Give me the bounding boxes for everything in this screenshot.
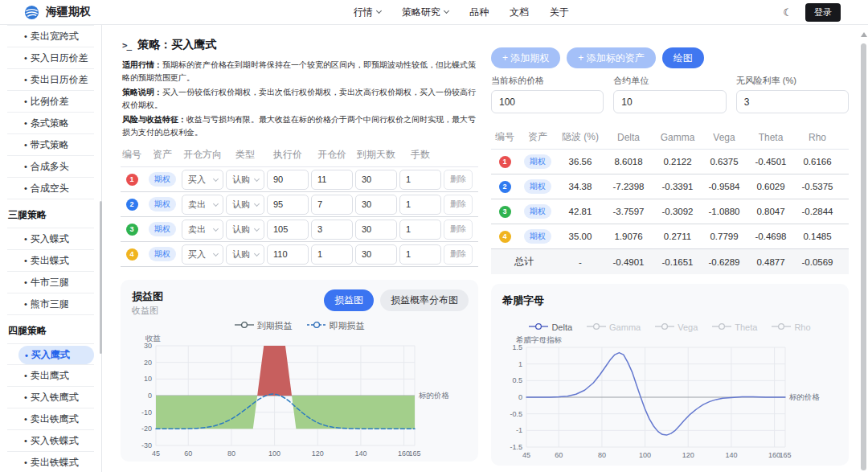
svg-text:140: 140 bbox=[725, 451, 737, 459]
legend-item-Delta[interactable]: Delta bbox=[529, 322, 572, 332]
sidebar-section-row: 三腿策略 bbox=[7, 199, 94, 228]
sidebar-item-买入铁蝶式[interactable]: •买入铁蝶式 bbox=[7, 430, 94, 451]
svg-text:-1.5: -1.5 bbox=[510, 443, 522, 451]
strike-input[interactable] bbox=[267, 195, 309, 215]
legend-item-Gamma[interactable]: Gamma bbox=[587, 322, 641, 332]
select-value: 买入 bbox=[188, 248, 206, 261]
sidebar-item-买入蝶式[interactable]: •买入蝶式 bbox=[7, 228, 94, 249]
sidebar-item-卖出宽跨式[interactable]: •卖出宽跨式 bbox=[7, 26, 94, 47]
sidebar-item-label: 买入铁鹰式 bbox=[31, 391, 79, 404]
lots-input[interactable] bbox=[399, 170, 441, 190]
add-option-button[interactable]: + 添加期权 bbox=[491, 47, 560, 68]
strike-input[interactable] bbox=[267, 220, 309, 240]
sidebar-item-买入日历价差[interactable]: •买入日历价差 bbox=[7, 47, 94, 68]
underlying-price-input[interactable] bbox=[491, 90, 604, 113]
legend-item-Theta[interactable]: Theta bbox=[712, 322, 757, 332]
direction-select[interactable]: 卖出 bbox=[182, 220, 223, 240]
sidebar-item-合成空头[interactable]: •合成空头 bbox=[7, 178, 94, 199]
open-price-input[interactable] bbox=[311, 220, 353, 240]
greeks-card-title: 希腊字母 bbox=[502, 293, 837, 308]
sidebar-item-卖出铁蝶式[interactable]: •卖出铁蝶式 bbox=[7, 452, 94, 472]
legend-item-Vega[interactable]: Vega bbox=[655, 322, 698, 332]
open-price-input[interactable] bbox=[311, 170, 353, 190]
open-price-input[interactable] bbox=[311, 244, 353, 265]
nav-item-label: 行情 bbox=[354, 6, 373, 19]
legend-label: Theta bbox=[735, 322, 757, 332]
delete-leg-button[interactable]: 删除 bbox=[444, 220, 473, 240]
page-scrollbar[interactable] bbox=[860, 26, 867, 472]
sidebar-scrollbar-thumb[interactable] bbox=[100, 201, 102, 354]
lots-input[interactable] bbox=[399, 244, 441, 265]
sidebar-item-条式策略[interactable]: •条式策略 bbox=[7, 113, 94, 133]
brand[interactable]: 海疆期权 bbox=[24, 5, 91, 20]
lots-input[interactable] bbox=[399, 195, 441, 215]
risk-free-rate-input[interactable] bbox=[736, 90, 849, 113]
pnl-legend: 到期损益即期损益 bbox=[132, 320, 467, 331]
sidebar-item-卖出蝶式[interactable]: •卖出蝶式 bbox=[7, 250, 94, 271]
sidebar-item-带式策略[interactable]: •带式策略 bbox=[7, 134, 94, 155]
strike-input[interactable] bbox=[267, 170, 309, 190]
delete-leg-button[interactable]: 删除 bbox=[444, 170, 473, 190]
gamma-value: -0.3391 bbox=[653, 182, 702, 191]
direction-select[interactable]: 买入 bbox=[182, 244, 223, 265]
sidebar-row: •买入鹰式 bbox=[7, 343, 94, 364]
days-to-expiry-input[interactable] bbox=[355, 220, 397, 240]
sidebar-item-label: 卖出蝶式 bbox=[31, 254, 69, 268]
asset-badge: 期权 bbox=[149, 172, 176, 187]
sidebar-item-label: 卖出鹰式 bbox=[31, 369, 69, 383]
option-type-select[interactable]: 认购 bbox=[226, 244, 264, 265]
sidebar-row: •卖出宽跨式 bbox=[7, 25, 94, 47]
sidebar-item-合成多头[interactable]: •合成多头 bbox=[7, 156, 94, 177]
column-header: 手数 bbox=[399, 148, 441, 162]
legs-table-header: 编号资产开仓方向类型执行价开仓价到期天数手数 bbox=[121, 143, 478, 167]
option-type-select[interactable]: 认购 bbox=[226, 195, 264, 215]
sidebar-item-卖出鹰式[interactable]: •卖出鹰式 bbox=[7, 365, 94, 386]
delete-leg-button[interactable]: 删除 bbox=[444, 195, 473, 215]
draw-button[interactable]: 绘图 bbox=[662, 47, 704, 68]
option-type-select[interactable]: 认购 bbox=[226, 220, 264, 240]
direction-select[interactable]: 买入 bbox=[182, 170, 223, 190]
add-underlying-button[interactable]: + 添加标的资产 bbox=[567, 47, 655, 68]
scroll-up-arrow-icon[interactable] bbox=[861, 32, 867, 37]
legend-item-到期损益[interactable]: 到期损益 bbox=[235, 320, 293, 332]
option-type-select[interactable]: 认购 bbox=[226, 170, 264, 190]
login-button[interactable]: 登录 bbox=[805, 3, 841, 22]
days-to-expiry-input[interactable] bbox=[355, 244, 397, 265]
lots-input[interactable] bbox=[399, 220, 441, 240]
sidebar-item-比例价差[interactable]: •比例价差 bbox=[7, 91, 94, 112]
nav-item-文档[interactable]: 文档 bbox=[510, 6, 529, 19]
sidebar-item-熊市三腿[interactable]: •熊市三腿 bbox=[7, 293, 94, 314]
sidebar-item-牛市三腿[interactable]: •牛市三腿 bbox=[7, 272, 94, 293]
dark-mode-toggle-icon[interactable]: ☾ bbox=[783, 7, 792, 18]
strike-input[interactable] bbox=[267, 244, 309, 265]
days-to-expiry-input[interactable] bbox=[355, 170, 397, 190]
nav-item-关于[interactable]: 关于 bbox=[550, 6, 569, 19]
sidebar-item-卖出日历价差[interactable]: •卖出日历价差 bbox=[7, 69, 94, 90]
nav-item-行情[interactable]: 行情 bbox=[354, 6, 381, 19]
nav-item-策略研究[interactable]: 策略研究 bbox=[402, 6, 448, 19]
leg-row-1: 1期权买入认购删除 bbox=[121, 167, 478, 192]
sidebar-item-label: 买入铁蝶式 bbox=[31, 434, 79, 448]
vega-value: 0.6375 bbox=[702, 157, 747, 166]
legs-table: 编号资产开仓方向类型执行价开仓价到期天数手数 1期权买入认购删除2期权卖出认购删… bbox=[121, 143, 478, 267]
tab-pnl-probability-chart[interactable]: 损益概率分布图 bbox=[380, 289, 469, 311]
nav-item-品种[interactable]: 品种 bbox=[469, 6, 489, 19]
page-scrollbar-thumb[interactable] bbox=[861, 43, 866, 470]
delete-leg-button[interactable]: 删除 bbox=[444, 244, 473, 265]
open-price-input[interactable] bbox=[311, 195, 353, 215]
column-header: Gamma bbox=[653, 132, 702, 143]
days-to-expiry-input[interactable] bbox=[355, 195, 397, 215]
sidebar-item-卖出铁鹰式[interactable]: •卖出铁鹰式 bbox=[7, 408, 94, 429]
terminal-icon: >_ bbox=[122, 40, 131, 51]
greek-row-2: 2期权34.38-7.2398-0.3391-0.95840.6029-0.53… bbox=[491, 174, 849, 199]
column-header: Theta bbox=[747, 132, 795, 143]
sidebar-item-买入铁鹰式[interactable]: •买入铁鹰式 bbox=[7, 387, 94, 408]
column-header: 开仓价 bbox=[311, 148, 353, 162]
chevron-down-icon bbox=[254, 225, 260, 231]
legend-item-Rho[interactable]: Rho bbox=[772, 322, 810, 332]
contract-unit-input[interactable] bbox=[613, 90, 726, 113]
legend-item-即期损益[interactable]: 即期损益 bbox=[307, 320, 365, 332]
direction-select[interactable]: 卖出 bbox=[182, 195, 223, 215]
sidebar-item-买入鹰式[interactable]: •买入鹰式 bbox=[18, 346, 94, 364]
tab-pnl-chart[interactable]: 损益图 bbox=[324, 289, 374, 311]
